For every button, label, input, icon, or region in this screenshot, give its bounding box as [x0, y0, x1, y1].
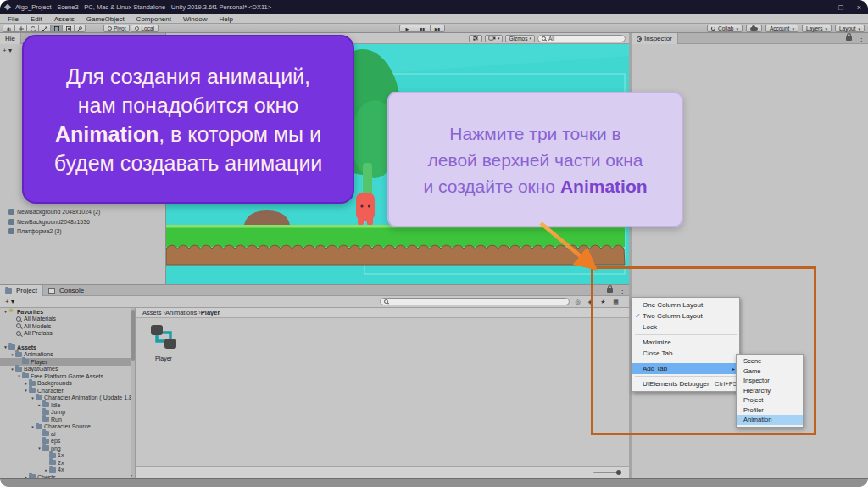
context-menu-item[interactable]: Lock [632, 322, 739, 333]
submenu-item[interactable]: Profiler [737, 406, 803, 416]
context-menu-item[interactable] [635, 334, 737, 335]
thumbnail-zoom-slider[interactable] [593, 472, 620, 473]
callout-text-line: Для создания анимаций, [66, 62, 310, 91]
play-button[interactable]: ▶ [399, 25, 415, 32]
project-tree-item[interactable]: ▸ 4x [0, 467, 135, 474]
menubar-item[interactable]: Edit [25, 15, 48, 23]
breadcrumb-item[interactable]: Player [201, 309, 220, 316]
hierarchy-item[interactable]: NewBackground2048x1536 [8, 217, 100, 227]
rotate-tool-icon[interactable] [26, 25, 38, 32]
layers-button[interactable]: Layers▾ [802, 25, 832, 32]
status-bar [0, 478, 868, 487]
scrollbar-thumb[interactable] [131, 310, 135, 361]
context-menu-item[interactable]: One Column Layout [632, 299, 739, 311]
scale-tool-icon[interactable] [38, 25, 50, 32]
context-menu-item[interactable]: Maximize [632, 337, 739, 348]
project-tree-item[interactable]: ▾ Assets [0, 344, 135, 351]
move-tool-icon[interactable] [14, 25, 26, 32]
tab-inspector[interactable]: Inspector [632, 33, 678, 44]
project-tree-item[interactable]: All Models [0, 322, 135, 330]
project-tree-item[interactable]: ▾ BayatGames [0, 366, 135, 373]
layout-button[interactable]: Layout▾ [835, 25, 865, 32]
hand-tool-icon[interactable] [3, 25, 14, 32]
hierarchy-item[interactable]: Платформа2 (3) [8, 227, 100, 237]
context-menu-item[interactable]: Two Column Layout [632, 311, 739, 322]
local-toggle[interactable]: Local [131, 25, 159, 32]
context-menu-item[interactable] [635, 376, 737, 377]
project-tree-item[interactable]: ▾ Free Platform Game Assets [0, 372, 135, 380]
context-menu-item[interactable]: Close Tab [632, 348, 739, 359]
project-tree-item[interactable]: ▸ Idle [0, 401, 135, 409]
breadcrumb-item[interactable]: Animations [165, 309, 201, 316]
effects-toggle[interactable] [469, 35, 482, 42]
submenu-item[interactable]: Project [737, 395, 803, 406]
window-title: Algo_Project - Scene3 - PC, Mac & Linux … [15, 3, 271, 11]
menubar-item[interactable]: File [2, 15, 25, 23]
breadcrumb-item[interactable]: Assets [142, 309, 165, 316]
project-panel-tab[interactable]: Project [0, 285, 43, 296]
tab-hierarchy[interactable]: Hie [0, 33, 21, 44]
minimize-button[interactable]: – [821, 3, 825, 12]
project-tree-item[interactable]: ▾ Character Source [0, 423, 135, 431]
project-tree-item[interactable]: Player [0, 358, 135, 366]
project-tree-item[interactable]: Jump [0, 409, 135, 417]
project-search-input[interactable] [391, 299, 552, 305]
context-menu-item[interactable]: Add Tab [632, 363, 739, 374]
asset-player[interactable]: Player [148, 322, 179, 361]
project-tree-item[interactable]: ▾ Animations [0, 351, 135, 359]
maximize-button[interactable]: □ [838, 3, 843, 12]
project-tree-item[interactable]: All Materials [0, 316, 135, 323]
project-panel-tab[interactable]: Console [43, 285, 89, 296]
cloud-button[interactable] [746, 25, 762, 32]
slider-knob[interactable] [616, 470, 621, 475]
camera-settings-button[interactable]: ▾ [485, 35, 504, 42]
lock-icon[interactable] [846, 36, 852, 41]
submenu-item[interactable]: Game [737, 367, 803, 377]
transform-tool-icon[interactable] [62, 25, 74, 32]
search-by-type-icon[interactable]: ◎ [573, 298, 582, 306]
project-tree-item[interactable]: 1x [0, 452, 135, 460]
project-tree-item[interactable]: ▾ png [0, 445, 135, 452]
project-tree-item[interactable]: eps [0, 438, 135, 445]
menubar-item[interactable]: Window [177, 15, 213, 23]
submenu-item[interactable]: Inspector [737, 376, 803, 386]
project-tree-item[interactable]: ▾ Favorites [0, 308, 135, 316]
collab-button[interactable]: Collab▾ [707, 25, 743, 32]
chevron-down-icon: ▾ [792, 26, 794, 31]
project-tree-item[interactable]: ai [0, 430, 135, 438]
project-tree-item[interactable]: ▾ Character [0, 387, 135, 395]
scene-search-input[interactable] [548, 36, 621, 42]
asset-label: Player [148, 355, 179, 361]
tree-item-icon [15, 330, 22, 337]
gizmos-dropdown[interactable]: Gizmos▾ [505, 35, 535, 42]
custom-tool-icon[interactable] [74, 25, 86, 32]
menubar-item[interactable]: Assets [48, 15, 81, 23]
account-button[interactable]: Account▾ [765, 25, 798, 32]
menubar-item[interactable]: GameObject [81, 15, 131, 23]
inspector-menu-icon[interactable]: ⋮ [858, 36, 865, 42]
create-asset-button[interactable]: + ▾ [3, 298, 17, 305]
project-tree-item[interactable]: ▾ Character Animation ( Update 1.8 ) [0, 395, 135, 402]
pivot-toggle[interactable]: Pivot [103, 25, 130, 32]
fold-arrow-icon: ▸ [36, 402, 42, 407]
pause-button[interactable]: ▮▮ [415, 25, 430, 32]
submenu-item[interactable]: Scene [737, 356, 803, 367]
context-menu-item[interactable] [635, 361, 737, 361]
close-button[interactable]: × [857, 3, 861, 12]
rect-tool-icon[interactable] [50, 25, 62, 32]
hierarchy-item[interactable]: NewBackground 2048x1024 (2) [8, 207, 100, 217]
project-tree-item[interactable]: Run [0, 416, 135, 423]
submenu-item[interactable]: Hierarchy [737, 386, 803, 396]
hierarchy-create-button[interactable]: + ▾ [3, 47, 12, 54]
menubar-item[interactable]: Component [131, 15, 177, 23]
project-tree-item[interactable]: ▸ Backgrounds [0, 380, 135, 388]
menubar-item[interactable]: Help [213, 15, 238, 23]
project-tree-item[interactable]: 2x [0, 459, 135, 467]
project-tree-item[interactable]: All Prefabs [0, 330, 135, 338]
submenu-item[interactable]: Animation [737, 415, 803, 425]
callout-text-line: Нажмите три точки в [449, 120, 620, 147]
chevron-down-icon: ▾ [736, 26, 738, 31]
tree-scrollbar[interactable]: ▾ [131, 308, 135, 479]
step-button[interactable]: ▶▮ [430, 25, 445, 32]
context-menu-item[interactable]: UIElements Debugger Ctrl+F5 [632, 378, 739, 389]
